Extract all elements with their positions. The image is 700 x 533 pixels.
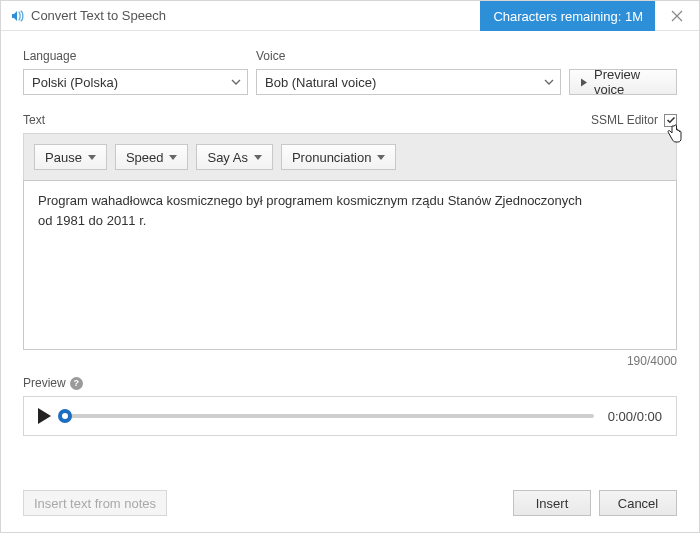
text-input[interactable] (23, 180, 677, 350)
seek-thumb[interactable] (58, 409, 72, 423)
tts-app-icon (9, 8, 25, 24)
playback-time: 0:00/0:00 (608, 409, 662, 424)
close-icon (671, 10, 683, 22)
voice-label: Voice (256, 49, 561, 63)
speed-dropdown[interactable]: Speed (115, 144, 189, 170)
preview-voice-button[interactable]: Preview voice (569, 69, 677, 95)
help-icon[interactable]: ? (70, 377, 83, 390)
content-area: Language Polski (Polska) Voice Bob (Natu… (1, 31, 699, 476)
caret-down-icon (377, 155, 385, 160)
language-label: Language (23, 49, 248, 63)
say-as-label: Say As (207, 150, 247, 165)
ssml-editor-label: SSML Editor (591, 113, 658, 127)
ssml-toolbar: Pause Speed Say As Pronunciation (23, 133, 677, 180)
say-as-dropdown[interactable]: Say As (196, 144, 272, 170)
chevron-down-icon (231, 79, 241, 85)
cancel-button[interactable]: Cancel (599, 490, 677, 516)
caret-down-icon (88, 155, 96, 160)
language-voice-row: Language Polski (Polska) Voice Bob (Natu… (23, 49, 677, 95)
pause-label: Pause (45, 150, 82, 165)
preview-label-row: Preview ? (23, 376, 677, 390)
ssml-editor-checkbox[interactable] (664, 114, 677, 127)
characters-remaining-badge: Characters remaining: 1M (480, 1, 655, 31)
caret-down-icon (169, 155, 177, 160)
caret-down-icon (254, 155, 262, 160)
insert-from-notes-button: Insert text from notes (23, 490, 167, 516)
preview-label: Preview (23, 376, 66, 390)
speed-label: Speed (126, 150, 164, 165)
text-header: Text SSML Editor (23, 113, 677, 127)
seek-track[interactable] (65, 414, 594, 418)
pronunciation-label: Pronunciation (292, 150, 372, 165)
close-button[interactable] (655, 1, 699, 31)
preview-voice-label: Preview voice (594, 67, 666, 97)
ssml-editor-toggle[interactable]: SSML Editor (591, 113, 677, 127)
character-counter: 190/4000 (23, 354, 677, 368)
titlebar: Convert Text to Speech Characters remain… (1, 1, 699, 31)
pause-dropdown[interactable]: Pause (34, 144, 107, 170)
tts-dialog: Convert Text to Speech Characters remain… (0, 0, 700, 533)
text-label: Text (23, 113, 45, 127)
window-title: Convert Text to Speech (31, 8, 166, 23)
play-button[interactable] (38, 408, 51, 424)
chevron-down-icon (544, 79, 554, 85)
dialog-footer: Insert text from notes Insert Cancel (1, 476, 699, 532)
pronunciation-dropdown[interactable]: Pronunciation (281, 144, 397, 170)
voice-select-value: Bob (Natural voice) (265, 75, 376, 90)
audio-player: 0:00/0:00 (23, 396, 677, 436)
language-select-value: Polski (Polska) (32, 75, 118, 90)
language-select[interactable]: Polski (Polska) (23, 69, 248, 95)
play-small-icon (580, 78, 588, 87)
insert-button[interactable]: Insert (513, 490, 591, 516)
voice-select[interactable]: Bob (Natural voice) (256, 69, 561, 95)
